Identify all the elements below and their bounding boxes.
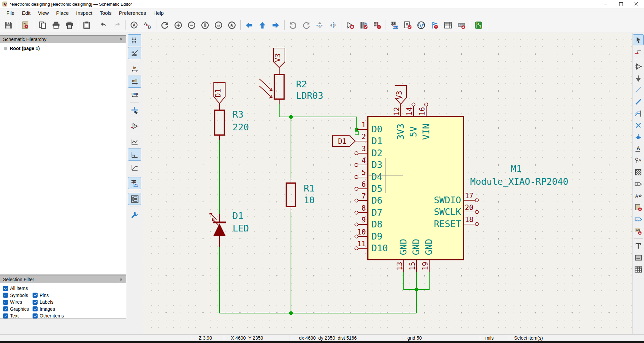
zoom-in-button[interactable] [171, 18, 185, 32]
component-r1[interactable] [286, 178, 296, 212]
rule-area-button[interactable] [633, 167, 644, 178]
redo-button[interactable] [110, 18, 124, 32]
undo-button[interactable] [97, 18, 110, 32]
unit-inches-button[interactable]: in [128, 63, 141, 75]
place-power-button[interactable] [633, 73, 644, 84]
pin-number[interactable]: 20 [465, 204, 473, 212]
pin-number[interactable]: 4 [361, 157, 366, 165]
filter-wires[interactable]: Wires [3, 299, 33, 305]
wire-free-angle-button[interactable] [128, 136, 141, 148]
menu-inspect[interactable]: Inspect [72, 9, 96, 17]
r1-reference[interactable]: R1 [304, 183, 315, 194]
pin-name[interactable]: D7 [371, 207, 383, 218]
save-button[interactable] [2, 18, 15, 32]
paste-button[interactable] [80, 18, 93, 32]
filter-labels[interactable]: Labels [33, 299, 123, 305]
zoom-selection-button[interactable] [225, 18, 239, 32]
pin-name[interactable]: GND [398, 239, 408, 255]
d1-reference[interactable]: D1 [233, 211, 244, 221]
filter-other-items[interactable]: Other items [33, 313, 123, 318]
filter-text[interactable]: Text [3, 313, 33, 318]
pin-name[interactable]: VIN [421, 124, 431, 140]
select-button[interactable] [633, 34, 644, 45]
module-reference[interactable]: M1 [511, 164, 522, 174]
pin-name[interactable]: SWCLK [434, 207, 461, 217]
pin-number[interactable]: 2 [361, 133, 366, 141]
pin-number[interactable]: 15 [408, 262, 416, 270]
component-d1-led[interactable] [210, 213, 226, 247]
menu-view[interactable]: View [34, 9, 52, 17]
pin-number[interactable]: 17 [465, 192, 473, 200]
close-icon[interactable]: × [119, 37, 123, 42]
library-browser-button[interactable] [357, 18, 370, 32]
pin-number[interactable]: 12 [393, 107, 401, 116]
pin-name[interactable]: GND [411, 239, 421, 255]
find-replace-button[interactable]: AB [141, 18, 154, 32]
schematic-canvas[interactable]: 1234567891011121416172018131519 D0D1D2D3… [143, 33, 632, 334]
pin-name[interactable]: D5 [371, 183, 383, 194]
component-r3[interactable] [215, 110, 225, 140]
r1-value[interactable]: 10 [304, 195, 315, 205]
show-hidden-pins-button[interactable] [128, 120, 141, 132]
rotate-cw-button[interactable] [300, 18, 313, 32]
fields-table-button[interactable] [441, 18, 455, 32]
print-button[interactable] [49, 18, 63, 32]
pin-number[interactable]: 5 [361, 169, 366, 177]
unit-mils-button[interactable]: mil [128, 76, 141, 88]
pin-name[interactable]: D10 [371, 243, 388, 253]
pin-number[interactable]: 16 [418, 107, 426, 116]
erc-button[interactable] [401, 18, 414, 32]
component-r2-ldr[interactable] [259, 75, 284, 104]
pin-number[interactable]: 7 [361, 192, 366, 200]
pcb-editor-button[interactable] [472, 18, 485, 32]
pin-name[interactable]: D0 [371, 124, 383, 134]
place-symbol-button[interactable] [633, 61, 644, 72]
pin-number[interactable]: 8 [361, 204, 366, 212]
menu-file[interactable]: File [3, 9, 18, 17]
properties-button[interactable] [128, 209, 141, 221]
pin-name[interactable]: D4 [371, 172, 383, 182]
mirror-h-button[interactable] [327, 18, 340, 32]
nav-forward-button[interactable] [269, 18, 283, 32]
r2-reference[interactable]: R2 [296, 79, 307, 89]
filter-all-items[interactable]: All items [3, 286, 123, 291]
no-connect-button[interactable] [633, 120, 644, 131]
text-box-button[interactable] [633, 252, 644, 263]
pin-name[interactable]: SWDIO [434, 195, 461, 205]
pin-name[interactable]: 5V [408, 126, 418, 137]
pin-name[interactable]: GND [424, 239, 434, 255]
r3-reference[interactable]: R3 [233, 109, 244, 120]
draw-wire-button[interactable] [633, 84, 644, 95]
pin-name[interactable]: D3 [371, 160, 383, 170]
filter-symbols[interactable]: Symbols [3, 293, 33, 298]
sheet-pin-button[interactable]: A [633, 214, 644, 225]
pin-name[interactable]: D2 [371, 148, 383, 158]
pin-number[interactable]: 3 [361, 145, 366, 153]
schematic-setup-button[interactable] [19, 18, 32, 32]
power-label-text[interactable]: V3 [274, 53, 282, 62]
wire-hv-button[interactable] [128, 148, 141, 161]
pin-number[interactable]: 6 [361, 180, 366, 188]
zoom-objects-button[interactable] [212, 18, 225, 32]
minimize-button[interactable] [598, 0, 613, 8]
pin-number[interactable]: 10 [357, 228, 366, 236]
pin-number[interactable]: 19 [421, 262, 429, 270]
sim-probe-button[interactable] [428, 18, 441, 32]
hier-label-text[interactable]: D1 [214, 89, 222, 97]
d1-value[interactable]: LED [233, 223, 249, 233]
wire-45-button[interactable] [128, 161, 141, 173]
draw-bus-button[interactable] [633, 96, 644, 107]
pin-name[interactable]: 3V3 [395, 124, 406, 140]
zoom-fit-button[interactable] [198, 18, 212, 32]
filter-pins[interactable]: Pins [33, 293, 123, 298]
nav-back-button[interactable] [242, 18, 256, 32]
page-settings-button[interactable] [36, 18, 49, 32]
r3-value[interactable]: 220 [233, 122, 249, 132]
module-value[interactable]: Module_XIAO-RP2040 [470, 176, 568, 187]
annotate-button[interactable]: R??R42 [388, 18, 401, 32]
global-label-button[interactable]: A [633, 178, 644, 189]
grid-override-button[interactable] [128, 47, 141, 59]
highlight-net-button[interactable] [633, 46, 644, 57]
pin-number[interactable]: 9 [361, 216, 366, 224]
menu-help[interactable]: Help [150, 9, 167, 17]
